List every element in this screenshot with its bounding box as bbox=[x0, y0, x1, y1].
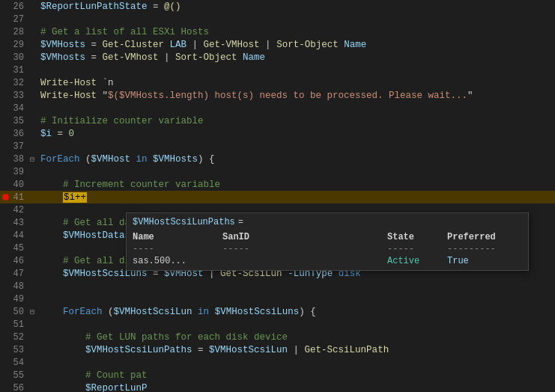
code-line-28: 28# Get a list of all ESXi Hosts bbox=[0, 25, 555, 38]
token-op: | bbox=[159, 52, 176, 63]
tooltip-sep3: ----- bbox=[387, 244, 447, 254]
code-line-27: 27 bbox=[0, 13, 555, 25]
token-fn: Write-Host bbox=[40, 91, 97, 101]
token-fn: Get-Cluster bbox=[103, 40, 165, 50]
token-var: $VMHosts bbox=[153, 154, 198, 165]
breakpoint-dot bbox=[2, 194, 9, 200]
token-fn: Write-Host bbox=[40, 78, 97, 88]
code-line-56: 56 $ReportLunP bbox=[0, 382, 555, 392]
token-fn: @() bbox=[164, 1, 181, 12]
code-line-26: 26$ReportLunPathState = @() bbox=[0, 0, 555, 13]
token-var: $i bbox=[40, 129, 52, 139]
line-number: 38 bbox=[9, 154, 30, 165]
code-line-51: 51 bbox=[0, 318, 555, 331]
line-number: 29 bbox=[9, 40, 30, 50]
line-number: 45 bbox=[9, 243, 30, 254]
line-number: 52 bbox=[9, 332, 30, 343]
tooltip-sep2: ----- bbox=[222, 244, 387, 254]
token-op: ) { bbox=[299, 307, 316, 317]
code-line-53: 53 $VMHostScsiLunPaths = $VMHostScsiLun … bbox=[0, 343, 555, 356]
code-line-29: 29$VMHosts = Get-Cluster LAB | Get-VMHos… bbox=[0, 38, 555, 51]
token-op: = bbox=[85, 52, 103, 63]
token-kw: in bbox=[136, 154, 148, 165]
line-number: 30 bbox=[9, 52, 30, 63]
token-op bbox=[148, 154, 154, 165]
token-op: " bbox=[97, 91, 108, 101]
token-var: $VMhosts bbox=[40, 52, 85, 63]
code-line-31: 31 bbox=[0, 64, 555, 76]
token-comment: # Count pat bbox=[85, 370, 148, 381]
token-op bbox=[130, 154, 136, 165]
variable-tooltip: $VMHostScsiLunPaths = Name SanID State P… bbox=[126, 212, 529, 271]
code-text: # Get LUN paths for each disk device bbox=[37, 332, 555, 343]
tooltip-var: $VMHostScsiLunPaths bbox=[133, 217, 235, 227]
token-fn: Get-VMHost bbox=[204, 40, 260, 50]
token-var: $VMHost bbox=[91, 154, 131, 165]
token-op: = bbox=[85, 40, 103, 50]
token-comment: # Initialize counter variable bbox=[40, 116, 204, 126]
line-number: 33 bbox=[9, 91, 30, 101]
token-op: = bbox=[52, 129, 69, 139]
code-line-37: 37 bbox=[0, 140, 555, 153]
token-kw: ForEach bbox=[63, 307, 103, 317]
token-fn: Sort-Object bbox=[276, 40, 339, 50]
line-number: 31 bbox=[9, 65, 30, 76]
code-line-55: 55 # Count pat bbox=[0, 369, 555, 382]
token-op: ( bbox=[80, 154, 91, 165]
code-line-48: 48 bbox=[0, 280, 555, 293]
line-number: 50 bbox=[9, 307, 30, 317]
code-text: $i++ bbox=[37, 192, 555, 203]
code-line-41: 41 $i++ bbox=[0, 191, 555, 203]
code-text: # Get a list of all ESXi Hosts bbox=[37, 27, 555, 37]
line-number: 32 bbox=[9, 78, 30, 88]
token-param: LAB bbox=[170, 40, 187, 50]
line-number: 39 bbox=[9, 167, 30, 177]
token-fn: Get-ScsiLunPath bbox=[305, 345, 389, 355]
line-number: 53 bbox=[9, 345, 30, 355]
line-number: 56 bbox=[9, 383, 30, 393]
token-var: $VMHostScsiLun bbox=[114, 307, 192, 317]
token-var: $VMHosts bbox=[40, 40, 85, 50]
line-number: 26 bbox=[9, 1, 30, 12]
collapse-icon[interactable]: ⊟ bbox=[30, 307, 37, 316]
token-var: $VMHostScsiLun bbox=[209, 345, 288, 355]
code-line-49: 49 bbox=[0, 293, 555, 305]
collapse-icon[interactable]: ⊟ bbox=[30, 155, 37, 164]
tooltip-row-name: sas.500... bbox=[133, 256, 222, 266]
line-number: 47 bbox=[9, 269, 30, 279]
line-number: 51 bbox=[9, 319, 30, 330]
code-line-50: 50⊟ ForEach ($VMHostScsiLun in $VMHostSc… bbox=[0, 305, 555, 318]
token-op: ) { bbox=[198, 154, 215, 165]
line-number: 46 bbox=[9, 256, 30, 266]
line-number: 44 bbox=[9, 230, 30, 241]
code-line-35: 35# Initialize counter variable bbox=[0, 114, 555, 127]
line-number: 35 bbox=[9, 116, 30, 126]
code-text: Write-Host "$($VMHosts.length) host(s) n… bbox=[37, 91, 555, 101]
token-var: $ReportLunPathState bbox=[40, 1, 148, 12]
line-number: 37 bbox=[9, 141, 30, 152]
code-line-52: 52 # Get LUN paths for each disk device bbox=[0, 331, 555, 343]
token-comment: # Get LUN paths for each disk device bbox=[85, 332, 288, 343]
token-op: | bbox=[186, 40, 204, 50]
tooltip-sep4: --------- bbox=[447, 244, 522, 254]
token-op bbox=[237, 52, 243, 63]
token-op: | bbox=[288, 345, 305, 355]
token-op: | bbox=[260, 40, 277, 50]
code-text: $i = 0 bbox=[37, 129, 555, 139]
tooltip-sep1: ---- bbox=[133, 244, 222, 254]
line-number: 43 bbox=[9, 218, 30, 228]
code-line-30: 30$VMhosts = Get-VMhost | Sort-Object Na… bbox=[0, 51, 555, 64]
code-text bbox=[37, 167, 555, 177]
code-text: Write-Host `n bbox=[37, 78, 555, 88]
code-line-39: 39 bbox=[0, 165, 555, 178]
code-text: $VMHosts = Get-Cluster LAB | Get-VMHost … bbox=[37, 40, 555, 50]
tooltip-op: = bbox=[238, 217, 243, 227]
code-text: $ReportLunPathState = @() bbox=[37, 1, 555, 12]
token-op: = bbox=[148, 1, 165, 12]
token-var: $ReportLunP bbox=[85, 383, 148, 393]
token-fn: Get-VMhost bbox=[103, 52, 159, 63]
breakpoint-41[interactable] bbox=[1, 194, 9, 200]
line-number: 40 bbox=[9, 180, 30, 190]
code-line-33: 33Write-Host "$($VMHosts.length) host(s)… bbox=[0, 89, 555, 102]
line-number: 41 bbox=[9, 192, 30, 203]
